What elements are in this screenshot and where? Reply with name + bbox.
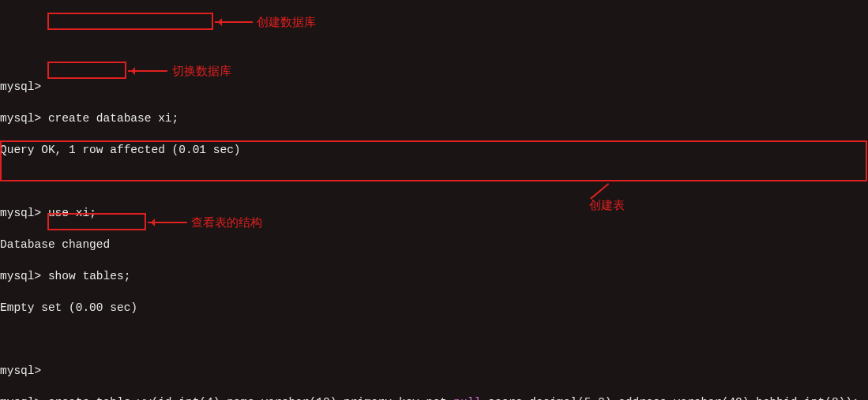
annotation-label: 创建数据库 — [257, 14, 316, 30]
cmd-create-database[interactable]: mysql> create database xi; — [0, 110, 868, 126]
result-line: Database changed — [0, 237, 868, 252]
cmd-create-table[interactable]: mysql> create table ww(id int(4),name va… — [0, 394, 868, 400]
cmd-show-tables[interactable]: mysql> show tables; — [0, 268, 868, 284]
highlight-box — [47, 13, 213, 30]
annotation-label: 创建表 — [589, 197, 625, 213]
terminal-output: mysql> mysql> create database xi; Query … — [0, 63, 868, 400]
arrow-icon — [128, 70, 167, 72]
result-line: Query OK, 1 row affected (0.01 sec) — [0, 142, 868, 158]
result-line: Empty set (0.00 sec) — [0, 300, 868, 316]
annotation-label: 切换数据库 — [172, 63, 231, 79]
prompt-line[interactable]: mysql> — [0, 363, 868, 379]
cmd-use-database[interactable]: mysql> use xi; — [0, 205, 868, 221]
arrow-icon — [215, 21, 253, 23]
prompt-line[interactable]: mysql> — [0, 79, 868, 95]
annotation-label: 查看表的结构 — [191, 215, 262, 230]
arrow-icon — [148, 222, 187, 223]
